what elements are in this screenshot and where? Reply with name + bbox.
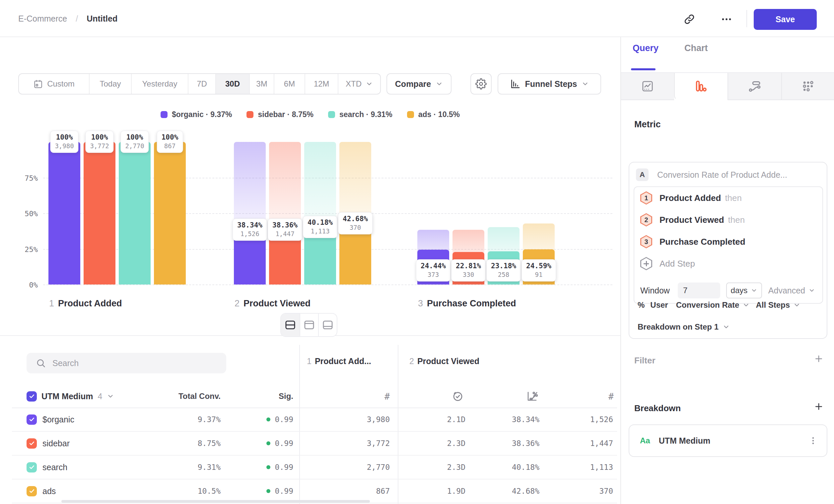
row-count: 1,447 bbox=[540, 432, 613, 455]
step2-avg-time-column-header[interactable] bbox=[438, 385, 464, 408]
chart-legend: $organic · 9.37%sidebar · 8.75%search · … bbox=[0, 110, 620, 119]
measure-metric-dropdown[interactable]: Conversion Rate bbox=[676, 300, 740, 310]
bar-value-label: 38.36%1,447 bbox=[268, 219, 302, 241]
funnel-bar-sidebar-step1[interactable] bbox=[84, 142, 115, 284]
table-group-step1[interactable]: 1Product Add... bbox=[307, 357, 371, 366]
step-number: 1 bbox=[307, 357, 311, 366]
layout-split-button[interactable] bbox=[281, 314, 300, 336]
copy-link-button[interactable] bbox=[680, 10, 699, 28]
string-property-badge: Aa bbox=[640, 436, 650, 445]
date-range-today[interactable]: Today bbox=[89, 74, 131, 94]
metric-section-title: Metric bbox=[634, 119, 661, 130]
row-total-conv: 9.31% bbox=[148, 456, 221, 479]
step2-conv-rate-column-header[interactable] bbox=[512, 385, 538, 408]
measure-entity-toggle[interactable]: User bbox=[650, 300, 668, 310]
horizontal-scrollbar[interactable] bbox=[61, 500, 370, 503]
table-row-search[interactable]: search9.31%0.992,7702.3D40.18%1,113 bbox=[12, 456, 617, 479]
add-step-button[interactable]: Add Step bbox=[634, 253, 822, 275]
date-range-6m[interactable]: 6M bbox=[274, 74, 305, 94]
date-range-label: XTD bbox=[346, 79, 361, 89]
breakdown-property-label: UTM Medium bbox=[659, 436, 710, 445]
breakdown-column-header[interactable]: UTM Medium 4 bbox=[26, 385, 114, 408]
kebab-menu-icon[interactable] bbox=[808, 436, 818, 445]
step2-count-column-header[interactable]: # bbox=[582, 385, 614, 408]
table-row-sidebar[interactable]: sidebar8.75%0.993,7722.3D38.36%1,447 bbox=[12, 432, 617, 456]
date-range-30d[interactable]: 30D bbox=[215, 74, 249, 94]
row-count: 370 bbox=[540, 479, 613, 503]
step-number-hexagon: 1 bbox=[640, 191, 652, 205]
window-value-input[interactable] bbox=[678, 282, 720, 298]
search-icon bbox=[36, 358, 46, 368]
bar-count-value: 258 bbox=[491, 271, 516, 278]
row-checkbox[interactable] bbox=[26, 479, 40, 503]
report-title[interactable]: Untitled bbox=[87, 14, 117, 24]
bar-value-label: 100%3,772 bbox=[85, 131, 113, 153]
more-options-button[interactable] bbox=[717, 10, 736, 28]
measure-type-toggle[interactable]: % bbox=[638, 300, 644, 310]
legend-item-sidebar[interactable]: sidebar · 8.75% bbox=[246, 110, 313, 119]
table-row-organic[interactable]: $organic9.37%0.993,9802.1D38.34%1,526 bbox=[12, 408, 617, 432]
query-step-2[interactable]: 2Product Viewedthen bbox=[634, 209, 822, 231]
step-event-label: Purchase Completed bbox=[659, 237, 745, 247]
advanced-toggle[interactable]: Advanced bbox=[768, 286, 815, 295]
query-step-1[interactable]: 1Product Addedthen bbox=[634, 187, 822, 209]
step-event-label: Product Added bbox=[659, 193, 721, 203]
breakdown-on-dropdown[interactable]: Breakdown on Step 1 bbox=[638, 320, 730, 334]
layout-chart-only-button[interactable] bbox=[300, 314, 318, 336]
count-icon: # bbox=[385, 391, 390, 402]
table-group-step2[interactable]: 2Product Viewed bbox=[409, 357, 479, 366]
breakdown-column-label: UTM Medium bbox=[42, 392, 93, 401]
breakdown-property-card[interactable]: Aa UTM Medium bbox=[629, 425, 827, 457]
sig-column-header[interactable]: Sig. bbox=[239, 385, 293, 408]
date-range-custom[interactable]: Custom bbox=[19, 74, 89, 94]
date-range-xtd[interactable]: XTD bbox=[338, 74, 380, 94]
report-tab-funnels[interactable] bbox=[674, 73, 728, 100]
y-axis-tick: 75% bbox=[10, 174, 38, 182]
search-input[interactable] bbox=[52, 359, 212, 368]
row-conv-rate: 42.68% bbox=[466, 479, 540, 503]
measure-scope-dropdown[interactable]: All Steps bbox=[756, 300, 790, 310]
select-all-checkbox[interactable] bbox=[26, 391, 37, 402]
funnel-bar-ads-step1[interactable] bbox=[154, 142, 186, 284]
breadcrumb-project[interactable]: E-Commerce bbox=[18, 14, 67, 24]
window-unit-label: days bbox=[731, 286, 748, 295]
date-range-yesterday[interactable]: Yesterday bbox=[131, 74, 188, 94]
layout-table-only-button[interactable] bbox=[318, 314, 337, 336]
funnel-bar-search-step1[interactable] bbox=[119, 142, 151, 284]
legend-item-search[interactable]: search · 9.31% bbox=[328, 110, 392, 119]
row-name: $organic bbox=[42, 408, 152, 431]
total-conv-column-header[interactable]: Total Conv. bbox=[153, 385, 221, 408]
funnel-steps-list: 1Product Addedthen2Product Viewedthen3Pu… bbox=[634, 187, 822, 253]
legend-item-ads[interactable]: ads · 10.5% bbox=[407, 110, 460, 119]
row-checkbox[interactable] bbox=[26, 408, 40, 431]
date-range-3m[interactable]: 3M bbox=[249, 74, 274, 94]
bar-pct-value: 40.18% bbox=[308, 219, 333, 227]
date-range-label: 30D bbox=[225, 79, 240, 89]
report-tab-retention[interactable] bbox=[781, 73, 834, 100]
date-range-12m[interactable]: 12M bbox=[305, 74, 338, 94]
save-button[interactable]: Save bbox=[754, 9, 817, 30]
breakdown-section-title: Breakdown bbox=[634, 403, 681, 413]
bar-pct-value: 100% bbox=[55, 133, 74, 141]
tab-query[interactable]: Query bbox=[633, 43, 659, 53]
tab-chart[interactable]: Chart bbox=[684, 43, 708, 53]
window-unit-dropdown[interactable]: days bbox=[726, 282, 762, 298]
date-range-7d[interactable]: 7D bbox=[188, 74, 215, 94]
bar-pct-value: 100% bbox=[161, 133, 178, 141]
funnel-bar-organic-step1[interactable] bbox=[48, 142, 80, 284]
step1-count-column-header[interactable]: # bbox=[358, 385, 390, 408]
chevron-down-icon bbox=[809, 287, 815, 294]
add-filter-button[interactable] bbox=[813, 353, 825, 365]
legend-item-organic[interactable]: $organic · 9.37% bbox=[160, 110, 232, 119]
row-checkbox[interactable] bbox=[26, 456, 40, 479]
report-tab-flows[interactable] bbox=[727, 73, 781, 100]
formula-title: Conversion Rate of Product Adde... bbox=[657, 170, 787, 180]
row-checkbox[interactable] bbox=[26, 432, 40, 455]
row-total-conv: 10.5% bbox=[148, 479, 221, 503]
row-total-conv: 8.75% bbox=[148, 432, 221, 455]
bar-count-value: 1,447 bbox=[272, 230, 298, 237]
add-breakdown-button[interactable] bbox=[813, 400, 825, 412]
formula-header[interactable]: A Conversion Rate of Product Adde... bbox=[636, 168, 787, 181]
query-step-3[interactable]: 3Purchase Completed bbox=[634, 231, 822, 253]
report-tab-insights[interactable] bbox=[621, 73, 674, 100]
